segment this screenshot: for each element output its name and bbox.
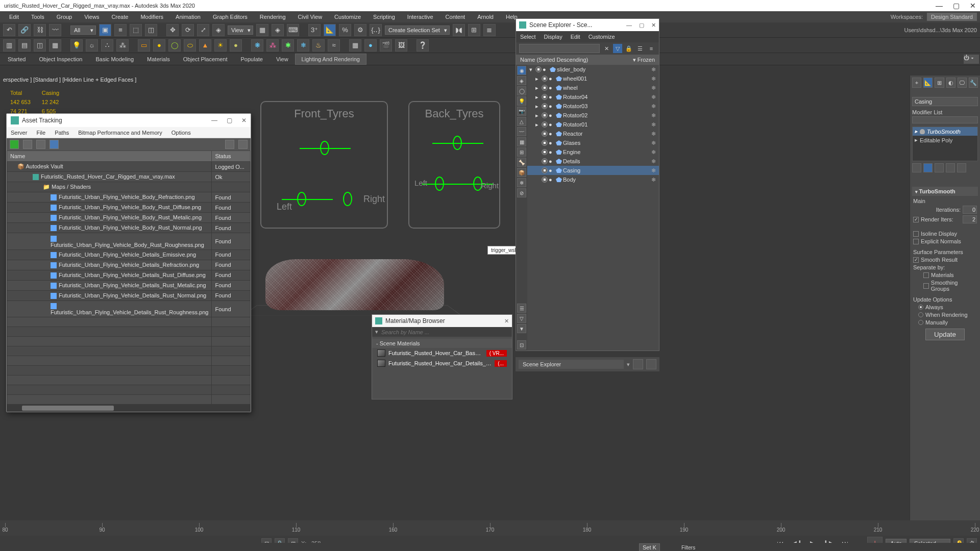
asset-col-status[interactable]: Status <box>212 151 251 162</box>
scene-filter-button[interactable]: ▽ <box>613 44 622 53</box>
filter-xrefs[interactable]: ⊞ <box>517 147 526 157</box>
scene-tree-row[interactable]: ▸●wheel❄ <box>527 83 659 92</box>
menu-scripting[interactable]: Scripting <box>367 12 401 21</box>
freeze-icon[interactable]: ❄ <box>650 131 657 137</box>
filter-cameras[interactable]: 📷 <box>517 107 526 116</box>
menu-arnold[interactable]: Arnold <box>471 12 500 21</box>
car-mesh[interactable] <box>265 259 444 310</box>
render-setup-button[interactable]: ▦ <box>349 39 361 52</box>
asset-settings-button[interactable] <box>238 140 248 149</box>
scene-tree-row[interactable]: ▸●wheel001❄ <box>527 74 659 83</box>
visibility-toggle[interactable] <box>542 103 548 109</box>
visibility-toggle[interactable] <box>535 66 542 72</box>
asset-refresh-button[interactable] <box>10 140 19 149</box>
asset-item-row[interactable]: Futuristic_Urban_Flying_Vehicle_Body_Ref… <box>7 192 251 203</box>
filter-all[interactable]: ◉ <box>517 66 526 75</box>
menu-content[interactable]: Content <box>439 12 472 21</box>
pin-stack-button[interactable] <box>912 163 921 172</box>
visibility-toggle[interactable] <box>542 121 548 128</box>
menu-interactive[interactable]: Interactive <box>401 12 439 21</box>
make-unique-button[interactable] <box>935 163 944 172</box>
primitive-torus[interactable]: ◯ <box>168 39 181 52</box>
material-section-header[interactable]: - Scene Materials <box>372 339 512 348</box>
update-button[interactable]: Update <box>925 329 965 340</box>
material-item-0[interactable]: Futuristic_Rusted_Hover_Car_Base_MAT ( V… <box>372 348 512 358</box>
menu-modifiers[interactable]: Modifiers <box>134 12 169 21</box>
asset-close[interactable]: ✕ <box>241 117 247 124</box>
asset-col-name[interactable]: Name <box>7 151 212 162</box>
selection-filter-dropdown[interactable]: All <box>70 26 96 35</box>
filter-containers[interactable]: 📦 <box>517 168 526 177</box>
turbosmooth-rollout-header[interactable]: TurboSmooth <box>912 187 978 196</box>
select-object-button[interactable]: ▣ <box>99 24 111 36</box>
layer-explorer-button[interactable]: ≣ <box>483 24 496 36</box>
menu-create[interactable]: Create <box>105 12 134 21</box>
asset-root-row[interactable]: 📦 Autodesk VaultLogged O... <box>7 162 251 172</box>
freeze-icon[interactable]: ❄ <box>650 167 657 174</box>
scene-tree-row[interactable]: ●Details❄ <box>527 157 659 166</box>
ribbon-tab-lighting-rendering[interactable]: Lighting And Rendering <box>295 54 366 65</box>
freeze-icon[interactable]: ❄ <box>650 121 657 128</box>
asset-item-row[interactable]: Futuristic_Urban_Flying_Vehicle_Details_… <box>7 270 251 280</box>
motion-tab[interactable]: ◐ <box>946 78 955 88</box>
primitive-cylinder[interactable]: ⬭ <box>184 39 196 52</box>
asset-view-tree[interactable] <box>36 140 45 149</box>
particle-icle-1[interactable]: ∴ <box>101 39 113 52</box>
freeze-icon[interactable]: ❄ <box>650 94 657 101</box>
asset-scrollbar[interactable] <box>7 405 251 412</box>
scene-clear-search[interactable]: ✕ <box>602 44 611 53</box>
scene-search-input[interactable] <box>519 44 600 53</box>
ribbon-tab-object-inspection[interactable]: Object Inspection <box>32 54 89 65</box>
filter-menu[interactable]: ☰ <box>517 304 526 313</box>
explicit-normals-checkbox[interactable] <box>913 239 919 244</box>
asset-item-row[interactable]: Futuristic_Urban_Flying_Vehicle_Details_… <box>7 301 251 317</box>
scale-button[interactable]: ⤢ <box>197 24 209 36</box>
visibility-toggle[interactable] <box>542 149 548 155</box>
scene-tree-row[interactable]: ▸●Rotator01❄ <box>527 120 659 129</box>
asset-item-row[interactable]: Futuristic_Urban_Flying_Vehicle_Details_… <box>7 249 251 260</box>
update-when-rendering-radio[interactable] <box>918 312 923 317</box>
filter-funnel[interactable]: ▽ <box>517 314 526 323</box>
scene-columns-header[interactable]: Name (Sorted Descending) ▾ Frozen <box>516 55 659 65</box>
remove-modifier-button[interactable] <box>946 163 955 172</box>
asset-item-row[interactable]: Futuristic_Urban_Flying_Vehicle_Body_Rus… <box>7 223 251 233</box>
modifier-list-dropdown[interactable] <box>912 116 978 123</box>
modifier-stack[interactable]: ▸TurboSmooth ▸Editable Poly <box>912 127 978 161</box>
filter-bones[interactable]: 🦴 <box>517 158 526 167</box>
angle-snap-button[interactable]: 📐 <box>324 24 336 36</box>
asset-item-row[interactable]: Futuristic_Urban_Flying_Vehicle_Body_Rus… <box>7 233 251 249</box>
scene-tree-row[interactable]: ●Glases❄ <box>527 138 659 147</box>
timeline-ticks[interactable]: 8090100110160170180190200210220 <box>5 523 975 533</box>
scene-tree-row[interactable]: ●Casing❄ <box>527 166 659 175</box>
asset-folder-row[interactable]: 📁 Maps / Shaders <box>7 182 251 192</box>
freeze-icon[interactable]: ❄ <box>650 85 657 91</box>
asset-table[interactable]: NameStatus 📦 Autodesk VaultLogged O... F… <box>7 151 251 405</box>
window-crossing-button[interactable]: ◫ <box>145 24 157 36</box>
separate-smoothing-groups-checkbox[interactable] <box>923 283 929 289</box>
percent-snap-button[interactable]: % <box>339 24 351 36</box>
timeline[interactable]: 8090100110160170180190200210220 <box>0 520 980 536</box>
modify-tab[interactable]: 📐 <box>923 78 933 88</box>
filter-frozen[interactable]: ❄ <box>517 178 526 187</box>
scene-tree-row[interactable]: ▸●Rotator04❄ <box>527 92 659 102</box>
viewport-3d-content[interactable]: Front_Tyres Left Right Back_Tyres Left R… <box>255 101 516 331</box>
menu-animation[interactable]: Animation <box>169 12 207 21</box>
visibility-toggle[interactable] <box>542 94 548 100</box>
scene-tree-row[interactable]: ●Reactor❄ <box>527 129 659 138</box>
scene-tree-row[interactable]: ●Engine❄ <box>527 147 659 157</box>
scene-tree-row[interactable]: ▸●Rotator03❄ <box>527 102 659 111</box>
link-button[interactable]: 🔗 <box>18 24 31 36</box>
fx-btn-4[interactable]: ❄ <box>297 39 309 52</box>
filter-hidden[interactable]: ⊘ <box>517 188 526 197</box>
filter-helpers[interactable]: △ <box>517 117 526 126</box>
asset-help-button[interactable] <box>225 140 234 149</box>
asset-menu-file[interactable]: File <box>36 130 45 136</box>
search-dropdown-icon[interactable]: ▾ <box>375 329 378 335</box>
scene-maximize[interactable]: ▢ <box>639 22 644 29</box>
smooth-result-checkbox[interactable] <box>913 257 919 263</box>
menu-views[interactable]: Views <box>78 12 105 21</box>
ribbon-tab-basic-modeling[interactable]: Basic Modeling <box>89 54 140 65</box>
scene-toggle-btn-1[interactable] <box>633 359 643 369</box>
scene-tree-row[interactable]: ▸●Rotator02❄ <box>527 111 659 120</box>
material-browser-window[interactable]: Material/Map Browser ✕ ▾ - Scene Materia… <box>372 314 512 399</box>
